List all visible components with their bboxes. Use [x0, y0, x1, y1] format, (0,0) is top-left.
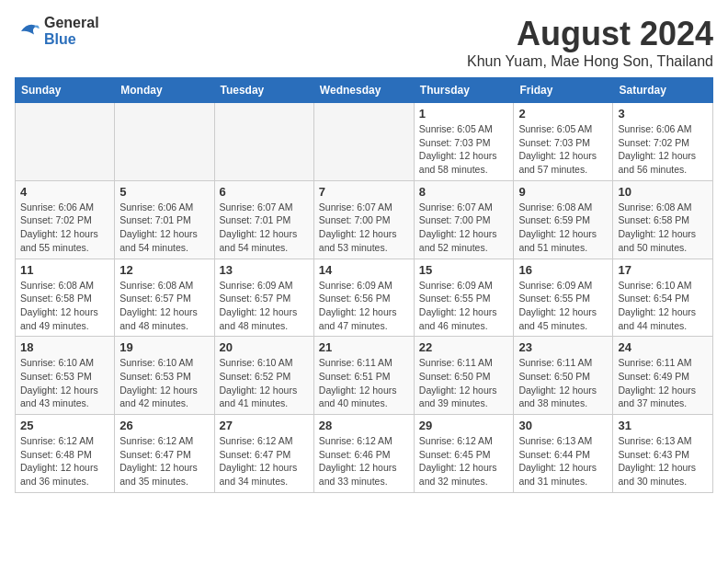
day-info: Sunrise: 6:07 AM Sunset: 7:01 PM Dayligh…	[220, 201, 309, 255]
calendar-cell: 12Sunrise: 6:08 AM Sunset: 6:57 PM Dayli…	[115, 259, 214, 337]
day-number: 27	[220, 419, 309, 432]
day-number: 26	[119, 419, 209, 432]
day-info: Sunrise: 6:09 AM Sunset: 6:56 PM Dayligh…	[319, 279, 409, 333]
calendar-week-1: 1Sunrise: 6:05 AM Sunset: 7:03 PM Daylig…	[16, 103, 713, 181]
calendar-cell: 23Sunrise: 6:11 AM Sunset: 6:50 PM Dayli…	[514, 337, 613, 415]
calendar-header-tuesday: Tuesday	[214, 78, 313, 103]
calendar-cell: 30Sunrise: 6:13 AM Sunset: 6:44 PM Dayli…	[514, 415, 613, 493]
day-info: Sunrise: 6:12 AM Sunset: 6:47 PM Dayligh…	[220, 434, 309, 488]
day-number: 1	[419, 107, 509, 121]
day-info: Sunrise: 6:09 AM Sunset: 6:55 PM Dayligh…	[419, 279, 509, 333]
day-info: Sunrise: 6:05 AM Sunset: 7:03 PM Dayligh…	[419, 122, 509, 177]
day-info: Sunrise: 6:08 AM Sunset: 6:58 PM Dayligh…	[618, 201, 708, 255]
calendar-header-saturday: Saturday	[613, 78, 713, 103]
calendar-cell: 19Sunrise: 6:10 AM Sunset: 6:53 PM Dayli…	[115, 337, 214, 415]
logo: General Blue	[15, 15, 99, 48]
calendar-cell: 29Sunrise: 6:12 AM Sunset: 6:45 PM Dayli…	[414, 415, 514, 493]
day-number: 5	[119, 185, 209, 199]
calendar-cell	[214, 103, 313, 181]
day-number: 30	[518, 419, 608, 432]
calendar-cell: 2Sunrise: 6:05 AM Sunset: 7:03 PM Daylig…	[514, 103, 613, 181]
calendar-cell: 14Sunrise: 6:09 AM Sunset: 6:56 PM Dayli…	[313, 259, 414, 337]
day-number: 25	[20, 419, 109, 432]
calendar-week-5: 25Sunrise: 6:12 AM Sunset: 6:48 PM Dayli…	[16, 415, 713, 493]
calendar-header-friday: Friday	[514, 78, 613, 103]
calendar-cell: 4Sunrise: 6:06 AM Sunset: 7:02 PM Daylig…	[16, 180, 115, 259]
calendar-cell: 17Sunrise: 6:10 AM Sunset: 6:54 PM Dayli…	[613, 259, 713, 337]
day-number: 23	[518, 340, 608, 354]
calendar-header-thursday: Thursday	[414, 78, 514, 103]
day-number: 31	[618, 419, 708, 432]
day-number: 11	[20, 263, 109, 277]
day-number: 6	[220, 185, 309, 199]
calendar-cell: 24Sunrise: 6:11 AM Sunset: 6:49 PM Dayli…	[613, 337, 713, 415]
day-info: Sunrise: 6:07 AM Sunset: 7:00 PM Dayligh…	[319, 201, 409, 255]
day-number: 4	[20, 185, 109, 199]
calendar-header-sunday: Sunday	[16, 78, 115, 103]
day-info: Sunrise: 6:06 AM Sunset: 7:02 PM Dayligh…	[618, 122, 708, 177]
calendar-week-3: 11Sunrise: 6:08 AM Sunset: 6:58 PM Dayli…	[16, 259, 713, 337]
day-info: Sunrise: 6:11 AM Sunset: 6:50 PM Dayligh…	[518, 356, 608, 410]
day-info: Sunrise: 6:13 AM Sunset: 6:44 PM Dayligh…	[518, 434, 608, 488]
day-number: 13	[220, 263, 309, 277]
calendar-cell: 8Sunrise: 6:07 AM Sunset: 7:00 PM Daylig…	[414, 180, 514, 259]
day-number: 12	[119, 263, 209, 277]
day-number: 17	[618, 263, 708, 277]
calendar-header-monday: Monday	[115, 78, 214, 103]
month-year-title: August 2024	[467, 15, 713, 53]
day-number: 22	[419, 340, 509, 354]
calendar-header-wednesday: Wednesday	[313, 78, 414, 103]
day-info: Sunrise: 6:12 AM Sunset: 6:47 PM Dayligh…	[119, 434, 209, 488]
day-info: Sunrise: 6:12 AM Sunset: 6:45 PM Dayligh…	[419, 434, 509, 488]
day-number: 28	[319, 419, 409, 432]
calendar-table: SundayMondayTuesdayWednesdayThursdayFrid…	[15, 77, 713, 493]
day-info: Sunrise: 6:12 AM Sunset: 6:46 PM Dayligh…	[319, 434, 409, 488]
day-info: Sunrise: 6:11 AM Sunset: 6:51 PM Dayligh…	[319, 356, 409, 410]
day-info: Sunrise: 6:09 AM Sunset: 6:57 PM Dayligh…	[220, 279, 309, 333]
logo-text: General Blue	[44, 15, 99, 48]
day-number: 14	[319, 263, 409, 277]
day-number: 3	[618, 107, 708, 121]
calendar-cell: 27Sunrise: 6:12 AM Sunset: 6:47 PM Dayli…	[214, 415, 313, 493]
day-number: 19	[119, 340, 209, 354]
day-number: 15	[419, 263, 509, 277]
calendar-week-2: 4Sunrise: 6:06 AM Sunset: 7:02 PM Daylig…	[16, 180, 713, 259]
calendar-cell: 1Sunrise: 6:05 AM Sunset: 7:03 PM Daylig…	[414, 103, 514, 181]
calendar-cell: 18Sunrise: 6:10 AM Sunset: 6:53 PM Dayli…	[16, 337, 115, 415]
day-info: Sunrise: 6:10 AM Sunset: 6:52 PM Dayligh…	[220, 356, 309, 410]
day-info: Sunrise: 6:12 AM Sunset: 6:48 PM Dayligh…	[20, 434, 109, 488]
calendar-cell: 21Sunrise: 6:11 AM Sunset: 6:51 PM Dayli…	[313, 337, 414, 415]
day-number: 8	[419, 185, 509, 199]
calendar-cell: 3Sunrise: 6:06 AM Sunset: 7:02 PM Daylig…	[613, 103, 713, 181]
day-info: Sunrise: 6:13 AM Sunset: 6:43 PM Dayligh…	[618, 434, 708, 488]
day-info: Sunrise: 6:08 AM Sunset: 6:58 PM Dayligh…	[20, 279, 109, 333]
day-info: Sunrise: 6:06 AM Sunset: 7:02 PM Dayligh…	[20, 201, 109, 255]
calendar-week-4: 18Sunrise: 6:10 AM Sunset: 6:53 PM Dayli…	[16, 337, 713, 415]
calendar-cell: 7Sunrise: 6:07 AM Sunset: 7:00 PM Daylig…	[313, 180, 414, 259]
day-info: Sunrise: 6:08 AM Sunset: 6:57 PM Dayligh…	[119, 279, 209, 333]
day-number: 2	[518, 107, 608, 121]
day-number: 18	[20, 340, 109, 354]
calendar-cell	[16, 103, 115, 181]
calendar-cell: 6Sunrise: 6:07 AM Sunset: 7:01 PM Daylig…	[214, 180, 313, 259]
calendar-cell: 20Sunrise: 6:10 AM Sunset: 6:52 PM Dayli…	[214, 337, 313, 415]
calendar-cell: 10Sunrise: 6:08 AM Sunset: 6:58 PM Dayli…	[613, 180, 713, 259]
day-info: Sunrise: 6:05 AM Sunset: 7:03 PM Dayligh…	[518, 122, 608, 177]
day-info: Sunrise: 6:06 AM Sunset: 7:01 PM Dayligh…	[119, 201, 209, 255]
day-number: 24	[618, 340, 708, 354]
title-area: August 2024 Khun Yuam, Mae Hong Son, Tha…	[467, 15, 713, 70]
day-info: Sunrise: 6:10 AM Sunset: 6:53 PM Dayligh…	[20, 356, 109, 410]
calendar-cell: 26Sunrise: 6:12 AM Sunset: 6:47 PM Dayli…	[115, 415, 214, 493]
logo-icon	[15, 18, 40, 44]
calendar-cell: 13Sunrise: 6:09 AM Sunset: 6:57 PM Dayli…	[214, 259, 313, 337]
day-info: Sunrise: 6:11 AM Sunset: 6:49 PM Dayligh…	[618, 356, 708, 410]
day-number: 20	[220, 340, 309, 354]
day-number: 7	[319, 185, 409, 199]
day-number: 29	[419, 419, 509, 432]
calendar-cell: 25Sunrise: 6:12 AM Sunset: 6:48 PM Dayli…	[16, 415, 115, 493]
calendar-cell: 5Sunrise: 6:06 AM Sunset: 7:01 PM Daylig…	[115, 180, 214, 259]
calendar-cell	[313, 103, 414, 181]
day-info: Sunrise: 6:09 AM Sunset: 6:55 PM Dayligh…	[518, 279, 608, 333]
calendar-cell: 9Sunrise: 6:08 AM Sunset: 6:59 PM Daylig…	[514, 180, 613, 259]
day-number: 16	[518, 263, 608, 277]
